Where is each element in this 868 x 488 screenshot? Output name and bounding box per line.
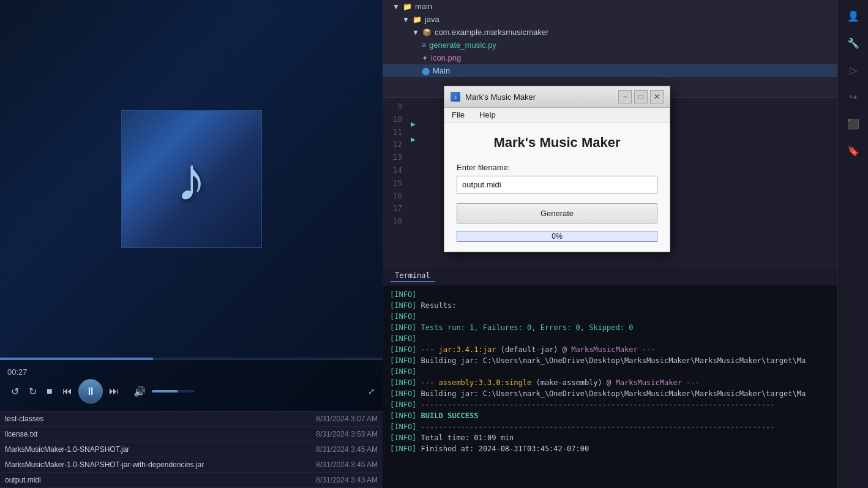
term-text: Results: [421,301,457,310]
info-label: [INFO] [390,356,416,365]
dialog-app-icon: ♪ [451,92,460,102]
refresh-button[interactable]: ↻ [25,383,40,400]
minimize-button[interactable]: − [618,90,632,103]
dialog-progress-text: 0% [552,232,562,241]
next-button[interactable]: ⏭ [105,383,122,399]
term-text: --- [686,378,700,387]
line-numbers: 9 10 11 12 13 14 15 16 17 18 [383,98,407,268]
close-button[interactable]: ✕ [650,90,664,103]
term-text: Building jar: C:\Users\mark_\OneDrive\De… [421,356,806,365]
file-name: MarksMusicMaker-1.0-SNAPSHOT.jar [5,445,129,454]
term-text: (make-assembly) @ [536,378,615,387]
dialog-menubar: File Help [444,108,670,122]
terminal-line: [INFO] Building jar: C:\Users\mark_\OneD… [390,388,861,399]
dialog-filename-input[interactable] [457,176,657,193]
terminal-line: [INFO] Finished at: 2024-08-31T03:45:42-… [390,443,861,454]
info-label: [INFO] [390,378,416,387]
maximize-button[interactable]: □ [634,90,648,103]
dialog-body: Mark's Music Maker Enter filename: Gener… [444,122,670,252]
info-label: [INFO] [390,445,416,453]
info-label: [INFO] [390,312,416,321]
test-results: Tests run: 1, Failures: 0, Errors: 0, Sk… [421,323,634,332]
sidebar-icon-play[interactable]: ▷ [842,59,864,81]
sidebar-icon-tool[interactable]: 🔧 [842,32,864,54]
menu-file[interactable]: File [449,109,467,121]
sidebar-icon-user[interactable]: 👤 [842,5,864,27]
tree-item-package[interactable]: ▼ 📦 com.example.marksmusicmaker [383,26,868,39]
dialog-titlebar: ♪ Mark's Music Maker − □ ✕ [444,86,670,108]
tree-item-main-java[interactable]: ⬤ Main [383,64,868,77]
tree-item-icon-png[interactable]: ✦ icon.png [383,51,868,64]
play-pause-button[interactable]: ⏸ [78,379,103,404]
info-label: [INFO] [390,334,416,343]
run-button-11[interactable]: ▶ [407,132,419,148]
info-label: [INFO] [390,367,416,376]
terminal-line: [INFO] ---------------------------------… [390,421,861,432]
dialog-window: ♪ Mark's Music Maker − □ ✕ File Help Mar… [444,86,670,252]
terminal-line: [INFO] Results: [390,300,861,311]
terminal-line: [INFO] [390,289,861,300]
tree-label: icon.png [431,53,461,62]
dialog-generate-button[interactable]: Generate [457,203,657,223]
assembly-plugin: assembly:3.3.0:single [439,378,532,387]
file-date: 8/31/2024 3:45 AM [316,445,378,454]
file-item[interactable]: MarksMusicMaker-1.0-SNAPSHOT-jar-with-de… [0,457,383,473]
tree-label: Main [433,66,450,75]
terminal-line: [INFO] [390,333,861,344]
tree-label: java [425,15,440,24]
info-label: [INFO] [390,345,416,354]
file-item[interactable]: license.txt 8/31/2024 3:53 AM [0,427,383,442]
terminal-line: [INFO] [390,311,861,322]
progress-bar-container[interactable] [0,358,383,360]
dialog-progress-bar: 0% [457,231,657,242]
term-dashes: ----------------------------------------… [421,422,775,431]
rewind-button[interactable]: ↺ [7,383,23,400]
tree-label: generate_music.py [429,40,496,50]
volume-icon: 🔊 [130,383,149,400]
controls-area: 00:27 ↺ ↻ ■ ⏮ ⏸ ⏭ 🔊 ⤢ [0,360,383,411]
sidebar-icon-terminal[interactable]: ⬛ [842,113,864,135]
music-note-icon: ♪ [176,144,207,214]
file-name: output.midi [5,476,41,484]
jar-plugin: jar:3.4.1:jar [439,345,496,354]
info-label: [INFO] [390,389,416,398]
dialog-title: Mark's Music Maker [465,92,613,102]
run-gutter: ▶ ▶ [407,98,419,268]
python-file-icon: ≡ [422,41,426,50]
run-button-10[interactable]: ▶ [407,116,419,132]
package-icon: 📦 [422,28,432,37]
right-panel: ▼ 📁 main ▼ 📁 java ▼ 📦 com.example.marksm… [383,0,868,488]
sidebar-icon-bookmark[interactable]: 🔖 [842,140,864,162]
chevron-down-icon: ▼ [392,2,400,11]
terminal-line: [INFO] BUILD SUCCESS [390,410,861,421]
tree-item-generate-music[interactable]: ≡ generate_music.py [383,39,868,51]
dialog-app-title: Mark's Music Maker [457,135,657,151]
file-name: MarksMusicMaker-1.0-SNAPSHOT-jar-with-de… [5,460,204,469]
volume-area: 🔊 [130,383,195,400]
tree-item-main[interactable]: ▼ 📁 main [383,0,868,13]
terminal-line: [INFO] Tests run: 1, Failures: 0, Errors… [390,322,861,333]
sidebar-icon-run[interactable]: ↪ [842,86,864,108]
stop-button[interactable]: ■ [43,383,56,399]
volume-slider[interactable] [152,390,195,392]
info-label: [INFO] [390,323,416,332]
controls-row: ↺ ↻ ■ ⏮ ⏸ ⏭ 🔊 ⤢ [7,379,375,404]
terminal-tab[interactable]: Terminal [390,270,435,282]
menu-help[interactable]: Help [477,109,498,121]
progress-track [0,358,383,360]
file-item[interactable]: test-classes 8/31/2024 3:07 AM [0,411,383,427]
expand-button[interactable]: ⤢ [368,386,375,396]
term-text: --- [421,345,439,354]
file-name: test-classes [5,415,43,423]
tree-item-java[interactable]: ▼ 📁 java [383,13,868,26]
dialog-filename-label: Enter filename: [457,163,657,172]
tree-label: com.example.marksmusicmaker [435,28,548,37]
terminal: Terminal [INFO] [INFO] Results: [INFO] [… [383,268,868,488]
file-item[interactable]: output.midi 8/31/2024 3:43 AM [0,473,383,488]
term-text: Finished at: 2024-08-31T03:45:42-07:00 [421,445,589,453]
file-date: 8/31/2024 3:53 AM [316,430,378,438]
terminal-body: [INFO] [INFO] Results: [INFO] [INFO] Tes… [383,285,868,458]
prev-button[interactable]: ⏮ [59,383,76,399]
file-item[interactable]: MarksMusicMaker-1.0-SNAPSHOT.jar 8/31/20… [0,442,383,457]
term-dashes: ----------------------------------------… [421,400,775,409]
